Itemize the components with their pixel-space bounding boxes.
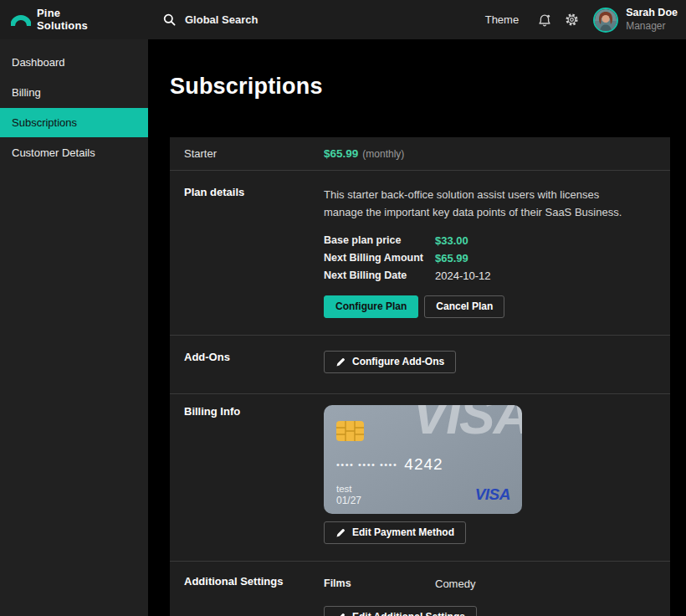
topbar-actions: Theme Sarah Doe Manager — [485, 7, 686, 33]
pencil-icon — [335, 357, 346, 367]
user-name: Sarah Doe — [626, 7, 678, 20]
plan-price: $65.99 — [324, 147, 358, 160]
field-next-billing-date: Next Billing Date 2024-10-12 — [324, 267, 656, 285]
pencil-icon — [335, 528, 346, 538]
plan-period: (monthly) — [362, 148, 404, 160]
plan-details-label: Plan details — [184, 186, 324, 318]
app-name: Pine Solutions — [37, 8, 88, 32]
addons-label: Add-Ons — [184, 351, 324, 373]
global-search[interactable]: Global Search — [148, 13, 258, 26]
additional-settings-label: Additional Settings — [184, 575, 324, 616]
configure-plan-button[interactable]: Configure Plan — [324, 295, 418, 318]
field-next-billing-amount: Next Billing Amount $65.99 — [324, 249, 656, 267]
plan-name: Starter — [184, 147, 324, 160]
field-films: Films Comedy — [324, 575, 656, 593]
sidebar-item-subscriptions[interactable]: Subscriptions — [0, 108, 148, 137]
billing-info-row: Billing Info VISA •••• •••• •••• 4242 t — [170, 394, 670, 562]
edit-additional-settings-button[interactable]: Edit Additional Settings — [324, 606, 477, 616]
user-info: Sarah Doe Manager — [626, 7, 678, 33]
credit-card-preview: VISA •••• •••• •••• 4242 test 01/27 VISA — [324, 405, 522, 514]
theme-toggle[interactable]: Theme — [485, 13, 519, 26]
notifications-bell-icon[interactable] — [537, 13, 552, 28]
field-base-plan-price: Base plan price $33.00 — [324, 232, 656, 249]
sidebar-item-dashboard[interactable]: Dashboard — [0, 48, 148, 77]
sidebar-item-customer-details[interactable]: Customer Details — [0, 138, 148, 167]
sidebar: Dashboard Billing Subscriptions Customer… — [0, 39, 148, 616]
billing-info-label: Billing Info — [184, 405, 324, 544]
plan-header-row: Starter $65.99 (monthly) — [170, 137, 670, 171]
user-avatar[interactable] — [593, 8, 618, 33]
additional-settings-row: Additional Settings Films Comedy Edit — [170, 562, 670, 616]
pencil-icon — [335, 613, 346, 616]
plan-details-row: Plan details This starter back-office so… — [170, 171, 670, 336]
search-icon — [163, 13, 176, 26]
page-title: Subscriptions — [170, 74, 670, 100]
visa-logo: VISA — [475, 485, 510, 504]
topbar: Pine Solutions Global Search Theme Sarah… — [0, 0, 686, 39]
sidebar-item-billing[interactable]: Billing — [0, 78, 148, 107]
configure-addons-button[interactable]: Configure Add-Ons — [324, 351, 456, 373]
app-logo: Pine Solutions — [0, 8, 148, 32]
card-chip-icon — [336, 421, 509, 444]
settings-gear-icon[interactable] — [565, 13, 579, 27]
card-number: •••• •••• •••• 4242 — [336, 455, 509, 474]
addons-row: Add-Ons Configure Add-Ons — [170, 336, 670, 394]
cancel-plan-button[interactable]: Cancel Plan — [424, 295, 504, 318]
user-role: Manager — [626, 20, 678, 33]
subscription-card: Starter $65.99 (monthly) Plan details Th… — [170, 137, 670, 616]
global-search-label: Global Search — [185, 13, 258, 26]
main-content: Subscriptions Starter $65.99 (monthly) P… — [148, 39, 686, 616]
plan-description: This starter back-office solution assist… — [324, 186, 635, 222]
edit-payment-method-button[interactable]: Edit Payment Method — [324, 521, 466, 544]
pine-logo-icon — [11, 13, 31, 27]
